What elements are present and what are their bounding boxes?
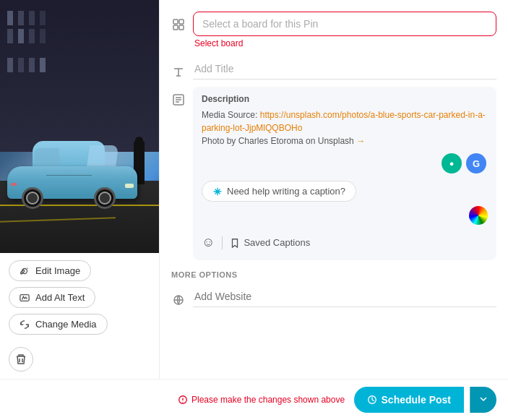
board-select-input[interactable] — [193, 12, 496, 36]
avatar-row: ● G — [202, 153, 488, 173]
emoji-button[interactable]: ☺ — [202, 235, 215, 250]
photo-credit: Photo by Charles Etoroma on Unsplash — [202, 136, 354, 146]
image-container — [0, 0, 159, 253]
chevron-down-icon — [479, 395, 488, 403]
car-image — [0, 0, 159, 253]
svg-rect-5 — [179, 25, 184, 30]
title-input[interactable] — [193, 59, 496, 80]
left-panel: Edit Image Add Alt Text Change Media — [0, 0, 159, 379]
captions-divider — [222, 236, 223, 249]
schedule-dropdown-button[interactable] — [470, 387, 496, 413]
board-error-message: Select board — [194, 38, 496, 48]
caption-helper: Need help writing a caption? — [202, 181, 488, 202]
error-text: Please make the changes shown above — [191, 395, 345, 405]
arrow-link[interactable]: → — [356, 136, 365, 146]
media-source-prefix: Media Source: — [202, 110, 260, 120]
svg-rect-3 — [179, 20, 184, 24]
title-icon — [171, 65, 186, 80]
caption-btn-label: Need help writing a caption? — [227, 186, 345, 197]
saved-captions-button[interactable]: Saved Captions — [230, 237, 310, 248]
trash-icon — [15, 353, 27, 365]
bookmark-icon — [230, 238, 240, 248]
bottom-bar: Please make the changes shown above Sche… — [0, 379, 508, 420]
image-actions: Edit Image Add Alt Text Change Media — [0, 253, 159, 342]
add-alt-text-button[interactable]: Add Alt Text — [9, 287, 95, 308]
board-icon — [171, 17, 186, 32]
svg-rect-4 — [173, 25, 178, 30]
change-media-icon — [20, 320, 30, 330]
website-input[interactable] — [193, 286, 496, 307]
change-media-button[interactable]: Change Media — [9, 314, 108, 335]
title-row — [171, 59, 496, 80]
board-selector-row: Select board — [171, 12, 496, 48]
saved-captions-label: Saved Captions — [244, 237, 310, 248]
avatar-g: G — [466, 153, 486, 173]
description-label: Description — [202, 94, 488, 104]
alt-text-icon — [20, 293, 30, 303]
schedule-post-button[interactable]: Schedule Post — [354, 387, 464, 413]
svg-rect-2 — [173, 20, 178, 24]
error-message: Please make the changes shown above — [178, 395, 345, 405]
website-row — [171, 286, 496, 307]
more-options-label: MORE OPTIONS — [171, 270, 496, 279]
delete-button[interactable] — [9, 347, 33, 372]
edit-icon — [20, 266, 30, 276]
error-icon — [178, 395, 188, 405]
website-icon — [171, 293, 186, 307]
caption-helper-button[interactable]: Need help writing a caption? — [202, 181, 356, 202]
rainbow-avatar — [469, 206, 488, 225]
description-icon — [171, 93, 186, 107]
sparkle-icon — [212, 187, 223, 197]
edit-image-button[interactable]: Edit Image — [9, 260, 91, 281]
clock-icon — [367, 395, 377, 405]
description-container: Description Media Source: https://unspla… — [193, 87, 496, 260]
description-row: Description Media Source: https://unspla… — [171, 87, 496, 260]
avatar-green: ● — [442, 153, 462, 173]
media-source-text: Media Source: https://unsplash.com/photo… — [202, 108, 488, 147]
board-input-container: Select board — [193, 12, 496, 48]
captions-row: ☺ Saved Captions — [202, 232, 488, 253]
schedule-btn-label: Schedule Post — [382, 394, 451, 406]
right-panel: Select board Description — [159, 0, 508, 379]
